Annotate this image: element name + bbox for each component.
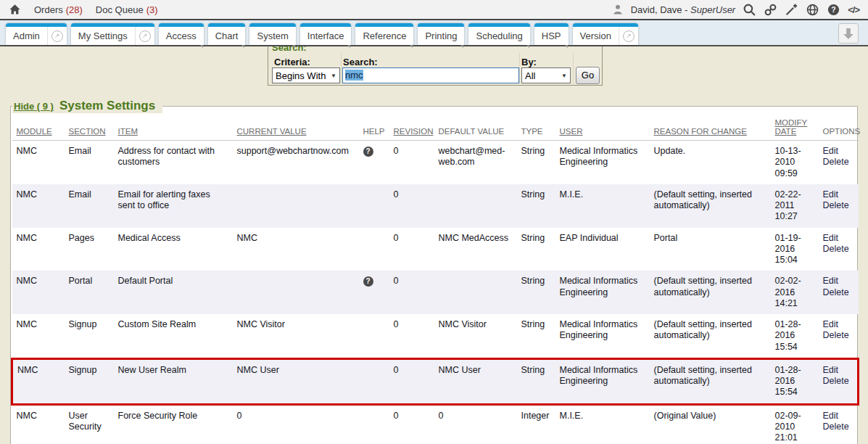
cell-section: Email [65,141,114,184]
search-input[interactable]: nmc [342,67,519,83]
code-icon[interactable]: </> [848,4,859,15]
edit-link[interactable]: Edit [823,319,854,330]
home-icon[interactable] [9,4,21,15]
edit-link[interactable]: Edit [823,411,854,422]
settings-table: MODULESECTIONITEMCURRENT VALUEHELPREVISI… [11,117,859,444]
link-icon[interactable] [764,3,777,17]
wand-icon[interactable] [785,3,798,17]
help-icon[interactable]: ? [363,276,373,287]
edit-link[interactable]: Edit [823,276,854,287]
cell-reason: (Original Value) [650,404,771,444]
cell-revision: 0 [389,271,434,314]
delete-link[interactable]: Delete [823,157,854,168]
tab-my-settings[interactable]: My Settings↗ [71,23,154,45]
table-header-row: MODULESECTIONITEMCURRENT VALUEHELPREVISI… [12,117,859,141]
cell-current-value: NMC Visitor [233,314,359,358]
doc-queue-link[interactable]: Doc Queue (3) [96,4,158,15]
column-header-current-value[interactable]: CURRENT VALUE [233,117,359,141]
globe-icon[interactable] [806,3,819,17]
column-header-reason-for-change[interactable]: REASON FOR CHANGE [650,117,771,141]
svg-text:?: ? [831,5,835,14]
column-header-revision[interactable]: REVISION [389,117,434,141]
hide-link[interactable]: Hide ( 9 ) [14,101,54,112]
page-down-button[interactable] [838,23,859,44]
tab-label: Admin [6,27,47,45]
tab-admin[interactable]: Admin↗ [6,23,67,45]
delete-link[interactable]: Delete [823,376,853,387]
open-new-window-icon[interactable]: ↗ [135,27,154,45]
search-icon[interactable] [743,3,756,17]
column-header-modify-date[interactable]: MODIFY DATE [771,117,819,141]
tab-access[interactable]: Access [159,23,204,45]
column-header-default-value: DEFAULT VALUE [434,117,517,141]
cell-section: Signup [65,314,114,358]
help-icon[interactable]: ? [827,3,840,17]
column-header-module[interactable]: MODULE [12,117,65,141]
delete-link[interactable]: Delete [823,330,854,341]
delete-link[interactable]: Delete [823,287,854,298]
open-new-window-icon[interactable]: ↗ [47,27,67,45]
cell-modify-date: 01-28-2016 15:54 [771,314,819,358]
search-label: Search: [343,57,378,67]
cell-type: String [517,141,555,184]
cell-user: Medical Informatics Engineering [555,358,650,404]
cell-type: String [517,358,555,404]
arrow-up-right-icon: ↗ [623,30,635,42]
tabs: Admin↗My Settings↗AccessChartSystemInter… [6,23,638,45]
edit-link[interactable]: Edit [823,233,854,244]
edit-link[interactable]: Edit [823,365,853,376]
open-new-window-icon[interactable]: ↗ [619,27,638,45]
tab-scheduling[interactable]: Scheduling [468,23,529,45]
edit-link[interactable]: Edit [823,189,854,200]
cell-default-value [434,271,517,314]
criteria-select[interactable]: Begins With ▼ [272,67,340,83]
cell-revision: 0 [389,358,434,404]
delete-link[interactable]: Delete [823,422,854,432]
cell-module: NMC [12,314,65,358]
cell-type: Integer [517,404,555,444]
cell-item: Force Security Role [114,404,233,444]
cell-module: NMC [12,404,65,444]
tab-label: Scheduling [468,27,529,45]
tab-hsp[interactable]: HSP [534,23,569,45]
doc-queue-label: Doc Queue [96,4,144,15]
cell-reason: (Default setting, inserted automatically… [650,184,771,228]
orders-link[interactable]: Orders (28) [34,4,83,15]
column-header-section[interactable]: SECTION [65,117,114,141]
cell-help: ? [359,141,389,184]
tab-chart[interactable]: Chart [208,23,246,45]
cell-modify-date: 01-28-2016 15:54 [771,358,819,404]
tab-version[interactable]: Version↗ [573,23,638,45]
top-bar: Orders (28) Doc Queue (3) David, Dave - … [0,0,868,20]
tab-printing[interactable]: Printing [418,23,464,45]
delete-link[interactable]: Delete [823,244,854,255]
cell-reason: (Default setting, inserted automatically… [650,358,771,404]
cell-current-value [233,184,359,228]
user-role: SuperUser [690,4,735,15]
user-menu[interactable]: David, Dave - SuperUser [631,4,736,15]
go-button[interactable]: Go [576,67,600,84]
cell-user: Medical Informatics Engineering [555,141,650,184]
cell-options: EditDelete [819,141,859,184]
tab-reference[interactable]: Reference [355,23,413,45]
cell-section: Email [65,184,114,228]
column-header-user[interactable]: USER [555,117,650,141]
edit-link[interactable]: Edit [823,146,854,157]
arrow-up-right-icon: ↗ [139,30,151,42]
tab-label: Version [573,27,619,45]
tab-label: Interface [300,27,352,45]
criteria-selected-value: Begins With [276,70,326,81]
help-icon[interactable]: ? [363,147,373,157]
cell-modify-date: 02-02-2016 14:21 [771,271,819,314]
page: Orders (28) Doc Queue (3) David, Dave - … [0,0,868,444]
cell-item: Email for alerting faxes sent to office [114,184,233,228]
delete-link[interactable]: Delete [823,200,854,211]
column-header-item[interactable]: ITEM [114,117,233,141]
cell-options: EditDelete [819,271,859,314]
cell-type: String [517,228,555,271]
by-select[interactable]: All ▼ [521,67,571,83]
divider [519,53,520,83]
tab-interface[interactable]: Interface [300,23,352,45]
tab-system[interactable]: System [249,23,295,45]
cell-modify-date: 02-22-2011 10:27 [771,184,819,228]
